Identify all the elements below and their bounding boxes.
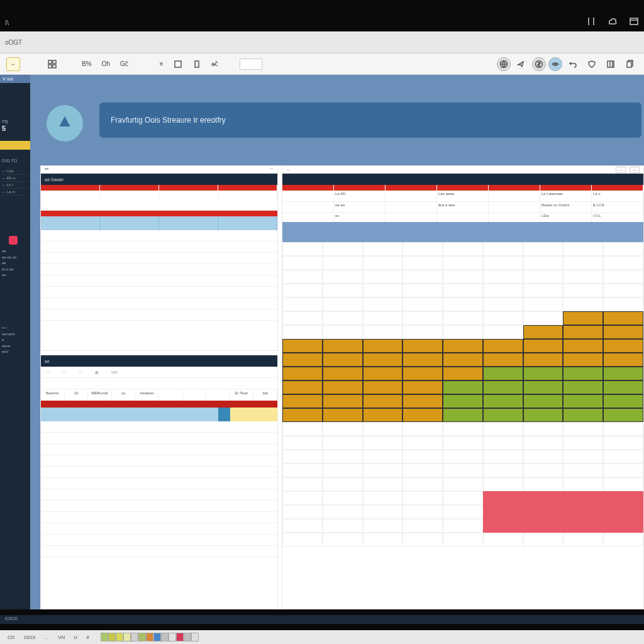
taskbar-item[interactable]: # (84, 634, 91, 641)
heatmap-cell[interactable] (323, 284, 363, 297)
heatmap-cell[interactable] (443, 325, 483, 339)
shield-icon[interactable] (584, 58, 600, 70)
heatmap-cell[interactable] (563, 436, 603, 450)
cloud-icon[interactable] (608, 16, 618, 26)
heatmap-cell[interactable] (483, 436, 523, 450)
heatmap-cell[interactable] (483, 256, 523, 270)
taskbar-item[interactable]: … (42, 634, 52, 641)
heatmap-cell[interactable] (363, 477, 403, 491)
heatmap-cell[interactable] (402, 367, 443, 380)
list-icon[interactable]: ≡ (156, 59, 167, 69)
heatmap-cell[interactable] (402, 339, 443, 353)
toolbar-mid-3[interactable]: ǝč (208, 59, 222, 69)
heatmap-cell[interactable] (282, 464, 323, 477)
heatmap-cell[interactable] (363, 284, 403, 297)
heatmap-cell[interactable] (563, 270, 603, 284)
panel-bl-tb-item[interactable]: — (79, 370, 82, 374)
sidebar-item[interactable]: — La m (2, 189, 28, 196)
globe-icon[interactable] (497, 57, 511, 71)
heatmap-cell[interactable] (323, 436, 363, 450)
heatmap-cell[interactable] (282, 270, 323, 284)
heatmap-cell[interactable] (323, 519, 363, 533)
taskbar-app[interactable] (131, 633, 138, 641)
heatmap-cell[interactable] (443, 422, 483, 436)
heatmap-cell[interactable] (483, 464, 523, 477)
heatmap-cell[interactable] (563, 380, 603, 394)
heatmap-cell[interactable] (483, 533, 523, 547)
heatmap-cell[interactable] (402, 380, 443, 394)
heatmap-cell[interactable] (603, 408, 643, 422)
heatmap-cell[interactable] (282, 284, 323, 297)
heatmap-cell[interactable] (603, 394, 643, 408)
heatmap-cell[interactable] (603, 311, 643, 325)
sidebar-item[interactable]: — ED a (2, 175, 28, 182)
heatmap-cell[interactable] (603, 284, 643, 297)
heatmap-cell[interactable] (443, 339, 483, 353)
heatmap-cell[interactable] (363, 422, 403, 436)
heatmap-cell[interactable] (282, 297, 323, 311)
heatmap-cell[interactable] (563, 284, 603, 297)
heatmap-cell[interactable] (323, 450, 363, 464)
heatmap-cell[interactable] (363, 519, 403, 533)
taskbar-app[interactable] (101, 633, 108, 641)
heatmap-cell[interactable] (563, 408, 603, 422)
heatmap-cell[interactable] (523, 519, 564, 533)
heatmap-cell[interactable] (282, 311, 323, 325)
heatmap-cell[interactable] (603, 519, 643, 533)
sidebar-item[interactable]: — Lh f (2, 182, 28, 189)
heatmap-cell[interactable] (323, 408, 363, 422)
heatmap-cell[interactable] (363, 367, 403, 380)
columns-icon[interactable] (602, 58, 619, 70)
heatmap-cell[interactable] (523, 464, 564, 477)
heatmap-cell[interactable] (363, 242, 403, 256)
heatmap-cell[interactable] (402, 477, 443, 491)
heatmap-cell[interactable] (523, 422, 564, 436)
heatmap-cell[interactable] (523, 450, 564, 464)
heatmap-cell[interactable] (563, 505, 603, 519)
heatmap-cell[interactable] (443, 353, 483, 367)
toolbar-item-1[interactable]: B% (78, 59, 96, 69)
heatmap-cell[interactable] (402, 450, 443, 464)
taskbar-app[interactable] (108, 633, 116, 641)
heatmap-cell[interactable] (363, 270, 403, 284)
heatmap-cell[interactable] (523, 533, 564, 547)
heatmap-cell[interactable] (443, 297, 483, 311)
heatmap-cell[interactable] (483, 242, 523, 256)
heatmap-cell[interactable] (282, 505, 323, 519)
heatmap-cell[interactable] (603, 353, 643, 367)
heatmap-cell[interactable] (523, 270, 564, 284)
heatmap-cell[interactable] (402, 408, 443, 422)
heatmap-cell[interactable] (603, 436, 643, 450)
heatmap-cell[interactable] (483, 367, 523, 380)
heatmap-cell[interactable] (323, 533, 363, 547)
heatmap-cell[interactable] (603, 256, 643, 270)
heatmap-cell[interactable] (282, 491, 323, 505)
heatmap-cell[interactable] (323, 394, 363, 408)
heatmap-cell[interactable] (523, 408, 564, 422)
heatmap-cell[interactable] (323, 297, 363, 311)
heatmap-cell[interactable] (363, 256, 403, 270)
heatmap-cell[interactable] (282, 408, 323, 422)
heatmap-cell[interactable] (483, 491, 523, 505)
heatmap-cell[interactable] (483, 297, 523, 311)
panel-bl-tb-item[interactable]: — (46, 370, 50, 374)
heatmap-cell[interactable] (483, 353, 523, 367)
heatmap-cell[interactable] (483, 422, 523, 436)
heatmap-cell[interactable] (603, 477, 643, 491)
toolbar-item-2[interactable]: Oh (98, 59, 114, 69)
heatmap-cell[interactable] (563, 394, 603, 408)
heatmap-cell[interactable] (603, 325, 643, 339)
heatmap-cell[interactable] (603, 422, 643, 436)
heatmap-cell[interactable] (282, 422, 323, 436)
heatmap-cell[interactable] (323, 339, 363, 353)
heatmap-cell[interactable] (443, 256, 483, 270)
heatmap-cell[interactable] (523, 339, 564, 353)
heatmap-cell[interactable] (443, 311, 483, 325)
heatmap-cell[interactable] (563, 297, 603, 311)
heatmap-cell[interactable] (523, 436, 564, 450)
heatmap-cell[interactable] (363, 464, 403, 477)
heatmap-cell[interactable] (443, 450, 483, 464)
heatmap-cell[interactable] (483, 450, 523, 464)
panel-lightblue-row[interactable] (41, 216, 277, 230)
heatmap-cell[interactable] (443, 408, 483, 422)
